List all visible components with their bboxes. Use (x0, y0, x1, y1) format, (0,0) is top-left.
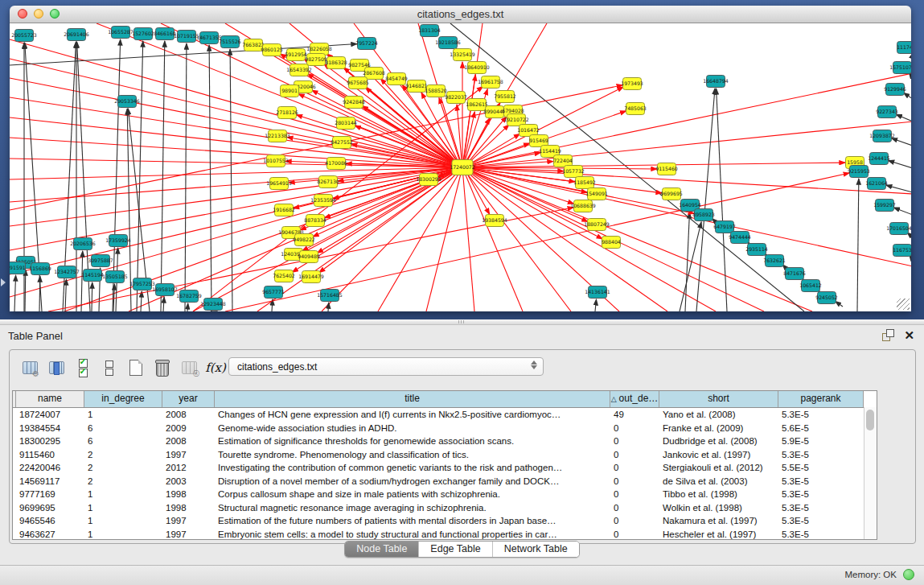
citation-edge[interactable] (185, 43, 187, 311)
graph-node[interactable]: 13325419 (450, 49, 475, 61)
cell-year[interactable]: 2003 (162, 475, 215, 488)
table-scrollbar[interactable] (864, 407, 877, 539)
cell-title[interactable]: Tourette syndrome. Phenomenology and cla… (215, 448, 610, 462)
merge-tables-icon[interactable] (101, 359, 118, 377)
graph-node[interactable]: 9242848 (343, 97, 365, 109)
cell-short[interactable]: Stergiakouli et al. (2012) (659, 461, 778, 475)
graph-node[interactable]: 4170086 (325, 158, 347, 170)
graph-node[interactable]: 18807249 (584, 219, 610, 231)
citation-network-graph[interactable]: 2005572320691406106552871527602846616010… (10, 23, 911, 311)
column-header-pagerank[interactable]: pagerank (778, 391, 864, 407)
graph-node[interactable]: 12342757 (54, 266, 80, 278)
node-table[interactable]: namein_degreeyeartitle△out_de…shortpager… (12, 390, 877, 540)
cell-in_degree[interactable]: 1 (84, 528, 162, 542)
cell-name[interactable]: 18300295 (16, 435, 84, 448)
cell-pagerank[interactable]: 5.3E-5 (778, 448, 864, 462)
cell-in_degree[interactable]: 1 (84, 501, 162, 515)
cell-name[interactable]: 9699695 (16, 501, 84, 515)
citation-edge[interactable] (462, 167, 571, 311)
graph-node[interactable]: 12213383 (265, 130, 290, 142)
graph-node[interactable]: 30975887 (88, 255, 113, 267)
graph-node[interactable]: 9675685 (347, 77, 369, 89)
cell-title[interactable]: Genome-wide association studies in ADHD. (215, 422, 610, 435)
citation-edge[interactable] (39, 276, 40, 311)
cell-title[interactable]: Estimation of significance thresholds fo… (215, 435, 610, 448)
citation-edge[interactable] (462, 167, 911, 266)
cell-year[interactable]: 2008 (162, 435, 215, 448)
table-row[interactable]: 2242004622012Investigating the contribut… (13, 461, 877, 475)
network-window[interactable]: citations_edges.txt 20055723206914061065… (10, 6, 911, 311)
cell-year[interactable]: 1997 (162, 448, 215, 462)
cell-short[interactable]: Nakamura et al. (1997) (659, 514, 778, 528)
new-column-icon[interactable] (127, 359, 145, 377)
citation-edge[interactable] (595, 299, 597, 311)
tab-edge-table[interactable]: Edge Table (418, 542, 491, 557)
cell-in_degree[interactable]: 2 (84, 461, 162, 475)
cell-short[interactable]: Tibbo et al. (1998) (659, 488, 778, 501)
graph-node[interactable]: 1621064 (865, 178, 888, 190)
graph-node[interactable]: 9129946 (884, 84, 906, 96)
citation-edge[interactable] (14, 275, 16, 311)
citation-edge[interactable] (81, 251, 83, 311)
citation-edge[interactable] (893, 208, 911, 215)
cell-in_degree[interactable]: 1 (84, 408, 162, 422)
graph-node[interactable]: 8878334 (304, 215, 326, 227)
cell-in_degree[interactable]: 2 (84, 475, 162, 488)
graph-node[interactable]: 8267130 (317, 176, 339, 188)
citation-edge[interactable] (161, 41, 165, 311)
cell-year[interactable]: 1997 (162, 514, 215, 528)
graph-node[interactable]: 2718126 (276, 107, 298, 119)
graph-node[interactable]: 1527602 (132, 28, 154, 40)
cell-year[interactable]: 1997 (162, 528, 215, 542)
graph-node[interactable]: 1244415 (868, 153, 890, 165)
graph-node[interactable]: 1145194 (81, 270, 104, 282)
citation-edge[interactable] (141, 291, 142, 311)
cell-year[interactable]: 2009 (162, 422, 215, 435)
tab-node-table[interactable]: Node Table (345, 542, 418, 557)
graph-node[interactable]: 1065412 (799, 280, 822, 292)
row-selection-icon[interactable] (74, 359, 92, 377)
graph-node[interactable]: 1549091 (585, 188, 608, 200)
graph-node[interactable]: 9215953 (848, 166, 870, 178)
citation-edge[interactable] (187, 303, 188, 311)
graph-node[interactable]: 20691406 (64, 29, 89, 41)
table-row[interactable]: 911546021997Tourette syndrome. Phenomeno… (13, 448, 877, 462)
citation-edge[interactable] (163, 297, 164, 311)
graph-node[interactable]: 8454749 (385, 73, 408, 85)
graph-node[interactable]: 9245052 (815, 292, 838, 304)
graph-node[interactable]: 10655287 (108, 27, 133, 39)
graph-node[interactable]: 17240072 (450, 160, 475, 175)
cell-out_de[interactable]: 0 (610, 514, 659, 528)
graph-node[interactable]: 16648794 (703, 76, 729, 88)
graph-node[interactable]: 16958107 (152, 284, 178, 296)
graph-node[interactable]: 9860125 (261, 44, 283, 56)
cell-out_de[interactable]: 0 (610, 501, 659, 515)
cell-short[interactable]: Jankovic et al. (1997) (659, 448, 778, 462)
cell-year[interactable]: 1998 (162, 501, 215, 515)
graph-node[interactable]: 9657771 (262, 286, 285, 299)
citation-edge[interactable] (891, 138, 911, 146)
cell-title[interactable]: Disruption of a novel member of a sodium… (215, 475, 610, 488)
citation-edge[interactable] (889, 160, 911, 168)
graph-node[interactable]: 8466160 (154, 28, 176, 40)
network-window-titlebar[interactable]: citations_edges.txt (10, 6, 911, 23)
graph-node[interactable]: 9409489 (298, 251, 320, 263)
cell-short[interactable]: Wolkin et al. (1998) (659, 501, 778, 515)
graph-node[interactable]: 7632621 (763, 255, 786, 267)
citation-edge[interactable] (470, 153, 540, 167)
citation-edge[interactable] (328, 303, 329, 311)
graph-node[interactable]: 20055723 (11, 30, 37, 42)
graph-node[interactable]: 17016504 (886, 223, 911, 235)
graph-node[interactable]: 1057732 (562, 166, 585, 178)
citation-edge[interactable] (319, 171, 456, 273)
citation-edge[interactable] (10, 97, 462, 167)
cell-name[interactable]: 18724007 (16, 408, 84, 422)
graph-node[interactable]: 13505185 (102, 271, 128, 283)
citation-edge[interactable] (10, 85, 622, 210)
graph-node[interactable]: 98901 (281, 85, 299, 97)
graph-node[interactable]: 1916682 (273, 204, 295, 216)
graph-node[interactable]: 8471676 (783, 268, 806, 280)
function-builder-icon[interactable]: f(x) (207, 359, 224, 377)
cell-short[interactable]: Yano et al. (2008) (659, 408, 778, 422)
graph-node[interactable]: 17359924 (105, 235, 131, 247)
